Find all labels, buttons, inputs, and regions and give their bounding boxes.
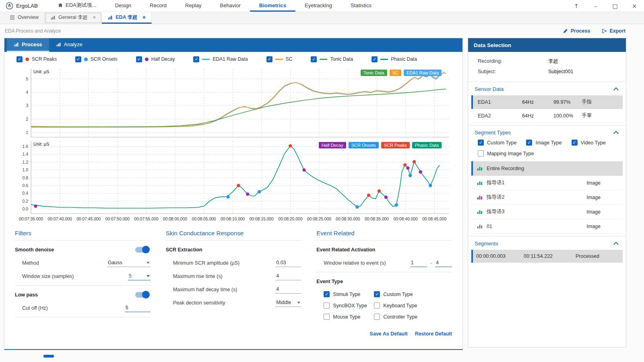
window-to-input[interactable]: 4 <box>435 259 452 267</box>
panel-tab-process[interactable]: Process <box>7 38 49 52</box>
minimum-scr-amplitude-s-input[interactable]: 0.03 <box>275 259 301 267</box>
method-select[interactable]: Gauss <box>107 259 151 267</box>
menu-item-eyetracking[interactable]: Eyetracking <box>295 0 341 12</box>
chevron-up-icon[interactable] <box>613 131 619 136</box>
legend-checkbox[interactable]: ✓ <box>136 56 142 62</box>
panel-tab-analyze[interactable]: Analyze <box>49 38 89 52</box>
doc-tab-general[interactable]: General 李超× <box>45 12 102 24</box>
sensor-row-eda2[interactable]: EDA264Hz100.00%手掌 <box>471 109 623 123</box>
menu-item-design[interactable]: Design <box>106 0 140 12</box>
event-type-checkbox[interactable] <box>374 302 380 309</box>
menu-item-statistics[interactable]: Statistics <box>341 0 381 12</box>
recording-value: 李超 <box>548 58 558 65</box>
breadcrumb-row: EDA Process and Analyze ProcessExport <box>0 24 644 38</box>
sensor-row-eda1[interactable]: EDA164Hz99.97%手指 <box>471 95 623 109</box>
event-type-checkbox[interactable]: ✓ <box>374 291 380 297</box>
marker-scr-onsets <box>395 204 398 207</box>
event-type-controller-type[interactable]: Controller Type <box>374 314 436 320</box>
event-type-custom-type[interactable]: ✓Custom Type <box>374 291 436 297</box>
svg-text:0.4: 0.4 <box>22 191 28 195</box>
event-type-checkbox[interactable] <box>324 302 330 309</box>
event-type-stimuli-type[interactable]: ✓Stimuli Type <box>324 291 374 297</box>
segment-item-1[interactable]: 指导语1Image <box>471 176 623 190</box>
menu-item-eda[interactable]: EDA测试项... <box>48 0 106 12</box>
legend-scr-peaks[interactable]: ✓SCR Peaks <box>17 56 57 62</box>
legend-checkbox[interactable]: ✓ <box>266 56 272 62</box>
legend-checkbox[interactable]: ✓ <box>372 56 378 62</box>
restore-default-link[interactable]: Restore Default <box>415 331 452 337</box>
legend-checkbox[interactable]: ✓ <box>75 56 81 62</box>
legend-checkbox[interactable]: ✓ <box>17 56 23 62</box>
segment-row[interactable]: 00:00:00.00300:11:54.222Processed <box>471 250 623 263</box>
process-button[interactable]: Process <box>563 28 590 34</box>
chevron-up-icon[interactable] <box>613 87 619 93</box>
maximum-half-decay-time-s-input[interactable]: 4 <box>275 285 301 294</box>
segment-item-3[interactable]: 指导语3Image <box>471 205 623 219</box>
chart-icon <box>14 42 19 47</box>
svg-text:00:08:05.000: 00:08:05.000 <box>192 217 216 221</box>
low-pass-toggle[interactable] <box>135 292 149 298</box>
legend-checkbox[interactable]: ✓ <box>311 56 317 62</box>
close-button[interactable]: × <box>625 3 644 9</box>
event-type-checkbox[interactable] <box>374 314 380 320</box>
segment-type-custom-type[interactable]: ✓Custom Type <box>478 140 516 146</box>
svg-text:00:08:10.000: 00:08:10.000 <box>221 217 245 221</box>
legend-phasic-data[interactable]: ✓Phasic Data <box>372 56 417 62</box>
segment-type-image-type[interactable]: ✓Image Type <box>526 140 561 146</box>
save-as-default-link[interactable]: Save As Default <box>370 331 408 337</box>
close-icon[interactable]: × <box>142 14 146 21</box>
menu-item-behavior[interactable]: Behavior <box>211 0 250 12</box>
peak-dection-sensitivity-select[interactable]: Middle <box>275 298 301 307</box>
chart-bottom-badges: Half DecaySCR OnsetsSCR PeaksPhasic Data <box>319 142 442 148</box>
menu-item-biometrics[interactable]: Biometrics <box>250 0 295 12</box>
home-icon <box>58 2 63 8</box>
doc-tab-eda[interactable]: EDA 李超× <box>102 12 152 24</box>
scrollbar-thumb[interactable] <box>43 355 54 358</box>
legend-scr-onsets[interactable]: ✓SCR Onsets <box>75 56 118 62</box>
bar-chart-icon <box>477 224 483 229</box>
maximize-button[interactable]: □ <box>605 3 625 9</box>
chevron-up-icon[interactable] <box>613 242 619 247</box>
segment-type-checkbox[interactable] <box>478 150 484 156</box>
segment-item-01[interactable]: 01Image <box>471 219 623 234</box>
doc-tab-overview[interactable]: Overview <box>4 12 45 24</box>
window-size-select[interactable]: 5 <box>128 272 151 280</box>
chart-icon <box>56 42 61 47</box>
event-type-checkbox[interactable] <box>324 314 330 320</box>
svg-text:1: 1 <box>26 130 28 135</box>
maximum-rise-time-s-input[interactable]: 4 <box>275 272 301 280</box>
segment-type-mapping-image-type[interactable]: Mapping Image Type <box>478 150 534 156</box>
process-panel: ProcessAnalyze ✓SCR Peaks✓SCR Onsets✓Hal… <box>4 38 463 350</box>
event-type-mouse-type[interactable]: Mouse Type <box>324 314 374 320</box>
smooth-denoise-toggle[interactable] <box>135 247 149 253</box>
breadcrumb: EDA Process and Analyze <box>5 28 61 34</box>
window-from-input[interactable]: 1 <box>410 259 427 267</box>
legend-sc[interactable]: ✓SC <box>266 56 293 62</box>
legend-tonic-data[interactable]: ✓Tonic Data <box>311 56 353 62</box>
event-type-syncbox-type[interactable]: SyncBOX Type <box>324 302 374 309</box>
event-type-checkbox[interactable]: ✓ <box>324 291 330 297</box>
event-related-title: Event Related <box>316 230 452 241</box>
doc-icon <box>10 15 15 20</box>
panel-tabs: ProcessAnalyze <box>4 38 462 52</box>
svg-text:00:07:45.000: 00:07:45.000 <box>76 217 101 221</box>
segment-item-entire-recording[interactable]: Entire Recording <box>471 161 623 176</box>
segment-type-video-type[interactable]: ✓Video Type <box>572 140 606 146</box>
segment-type-checkbox[interactable]: ✓ <box>572 140 578 146</box>
legend-checkbox[interactable]: ✓ <box>193 56 199 62</box>
legend-eda1-raw-data[interactable]: ✓EDA1 Raw Data <box>193 56 248 62</box>
marker-scr-peaks <box>367 193 370 197</box>
export-button[interactable]: Export <box>601 28 625 34</box>
segment-type-checkbox[interactable]: ✓ <box>526 140 532 146</box>
menu-item-record[interactable]: Record <box>140 0 176 12</box>
legend-half-decay[interactable]: ✓Half Decay <box>136 56 175 62</box>
segment-type-checkbox[interactable]: ✓ <box>478 140 484 146</box>
upload-button[interactable]: ↑ <box>567 3 586 9</box>
menu-item-replay[interactable]: Replay <box>176 0 211 12</box>
minimize-button[interactable]: – <box>586 3 605 9</box>
event-type-keyboard-type[interactable]: Keyboard Type <box>374 302 436 309</box>
cut-off-input[interactable]: 5 <box>125 304 151 312</box>
segment-item-2[interactable]: 指导语2Image <box>471 190 623 205</box>
close-icon[interactable]: × <box>93 14 96 21</box>
scr-field-peak-dection-sensitivity: Peak dection sensitivityMiddle <box>166 296 301 309</box>
